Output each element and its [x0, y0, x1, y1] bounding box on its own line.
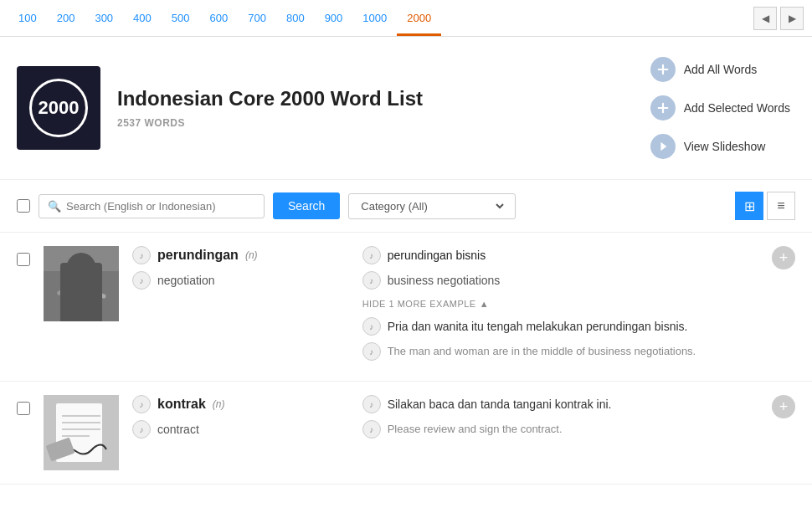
word-2-main-row: ♪ kontrak (n) — [132, 395, 349, 413]
word-2-text: kontrak — [157, 397, 206, 412]
word-2-translation: contract — [157, 423, 199, 436]
word-2-image-svg — [44, 395, 119, 470]
add-word-1-button[interactable]: + — [772, 246, 795, 269]
hide-example-label-1: HIDE 1 MORE EXAMPLE — [362, 299, 476, 309]
word-1-translation-sound-button[interactable]: ♪ — [132, 271, 151, 290]
word-1-example-sound[interactable]: ♪ — [362, 317, 381, 336]
grid-view-button[interactable]: ⊞ — [735, 192, 763, 220]
view-toggle: ⊞ ≡ — [735, 192, 795, 220]
list-icon: ≡ — [777, 198, 784, 213]
nav-item-1000[interactable]: 1000 — [352, 0, 397, 36]
plus-icon — [657, 64, 669, 75]
logo-box: 2000 — [17, 66, 100, 150]
add-all-words-button[interactable]: Add All Words — [645, 54, 795, 85]
word-1-image — [44, 246, 119, 321]
nav-next-button[interactable]: ▶ — [780, 7, 804, 30]
list-view-button[interactable]: ≡ — [767, 192, 795, 220]
word-1-right-main-row: ♪ perundingan bisnis — [362, 246, 795, 264]
word-1-example-sentence: Pria dan wanita itu tengah melakukan per… — [388, 318, 688, 336]
search-button[interactable]: Search — [273, 192, 340, 219]
header-actions: Add All Words Add Selected Words View Sl… — [645, 54, 795, 162]
chevron-up-icon-1: ▲ — [480, 299, 489, 309]
add-all-label: Add All Words — [684, 63, 758, 76]
word-2-translation-sound-button[interactable]: ♪ — [132, 420, 151, 439]
add-selected-label: Add Selected Words — [684, 101, 790, 115]
category-select[interactable]: Category (All) Nouns Verbs Adjectives Ad… — [357, 199, 506, 213]
play-icon — [657, 141, 669, 152]
word-2-example-sentence: Silakan baca dan tanda tangani kontrak i… — [388, 396, 612, 413]
slideshow-icon — [650, 134, 676, 159]
search-icon: 🔍 — [48, 200, 61, 213]
nav-prev-button[interactable]: ◀ — [753, 7, 777, 30]
word-1-translation-row: ♪ negotiation — [132, 271, 349, 290]
word-2-right: ♪ Silakan baca dan tanda tangani kontrak… — [362, 395, 795, 445]
plus-selected-icon — [657, 102, 669, 114]
word-1-translation: negotiation — [157, 274, 215, 287]
word-1-sound-button[interactable]: ♪ — [132, 246, 151, 264]
word-2-translation-row: ♪ contract — [132, 420, 349, 439]
add-all-icon — [650, 57, 676, 82]
nav-item-200[interactable]: 200 — [47, 0, 85, 36]
word-2-sound-button[interactable]: ♪ — [132, 395, 151, 413]
nav-item-2000[interactable]: 2000 — [397, 0, 441, 36]
add-word-2-button[interactable]: + — [772, 395, 795, 418]
search-bar: 🔍 Search Category (All) Nouns Verbs Adje… — [0, 180, 812, 233]
word-1-right: ♪ perundingan bisnis ♪ business negotiat… — [362, 246, 795, 367]
word-2-right-translation-row: ♪ Please review and sign the contract. — [362, 420, 795, 439]
nav-item-600[interactable]: 600 — [200, 0, 239, 36]
word-1-example-translation-row: ♪ The man and woman are in the middle of… — [362, 342, 795, 361]
header-section: 2000 Indonesian Core 2000 Word List 2537… — [0, 37, 812, 180]
word-1-example-row: ♪ Pria dan wanita itu tengah melakukan p… — [362, 317, 795, 336]
nav-item-700[interactable]: 700 — [238, 0, 276, 36]
select-all-checkbox[interactable] — [17, 199, 30, 213]
word-1-pos: (n) — [245, 249, 258, 261]
view-slideshow-button[interactable]: View Slideshow — [645, 131, 795, 162]
word-2-left: ♪ kontrak (n) ♪ contract — [132, 395, 349, 445]
word-1-right-translation: business negotiations — [388, 274, 501, 287]
add-selected-words-button[interactable]: Add Selected Words — [645, 92, 795, 124]
svg-marker-0 — [660, 142, 666, 151]
nav-item-300[interactable]: 300 — [85, 0, 123, 36]
word-count: 2537 WORDS — [117, 117, 185, 129]
hide-example-button-1[interactable]: HIDE 1 MORE EXAMPLE ▲ — [362, 299, 489, 309]
word-2-right-translation-sound[interactable]: ♪ — [362, 420, 381, 439]
nav-item-100[interactable]: 100 — [8, 0, 47, 36]
add-selected-icon — [650, 95, 676, 121]
word-1-main-row: ♪ perundingan (n) — [132, 246, 349, 264]
word-1-right-translation-row: ♪ business negotiations — [362, 271, 795, 290]
word-1-right-sound-button[interactable]: ♪ — [362, 246, 381, 264]
word-2-right-translation: Please review and sign the contract. — [388, 421, 563, 438]
word-1-right-translation-sound[interactable]: ♪ — [362, 271, 381, 290]
word-1-left: ♪ perundingan (n) ♪ negotiation — [132, 246, 349, 296]
word-2-pos: (n) — [213, 398, 225, 410]
word-entry-2: ♪ kontrak (n) ♪ contract ♪ Silakan baca … — [0, 382, 812, 485]
word-1-text: perundingan — [157, 248, 239, 263]
word-2-right-sound-button[interactable]: ♪ — [362, 395, 381, 413]
word-1-example-translation: The man and woman are in the middle of b… — [388, 343, 696, 360]
grid-icon: ⊞ — [744, 198, 755, 214]
nav-arrows: ◀ ▶ — [753, 7, 804, 30]
logo-number: 2000 — [29, 79, 88, 137]
word-1-example-trans-sound[interactable]: ♪ — [362, 342, 381, 361]
svg-point-3 — [66, 253, 96, 286]
svg-rect-2 — [44, 271, 119, 321]
word-entry-1: ♪ perundingan (n) ♪ negotiation ♪ perund… — [0, 233, 812, 382]
page-title: Indonesian Core 2000 Word List — [117, 87, 629, 110]
nav-item-400[interactable]: 400 — [123, 0, 162, 36]
top-nav: 100 200 300 400 500 600 700 800 900 1000… — [0, 0, 812, 37]
word-2-checkbox[interactable] — [17, 402, 30, 415]
svg-rect-4 — [66, 286, 96, 321]
word-2-image — [44, 395, 119, 470]
category-select-wrapper[interactable]: Category (All) Nouns Verbs Adjectives Ad… — [348, 193, 516, 219]
search-input-wrapper: 🔍 — [39, 194, 265, 218]
header-title-area: Indonesian Core 2000 Word List 2537 WORD… — [117, 87, 629, 129]
word-2-right-main-row: ♪ Silakan baca dan tanda tangani kontrak… — [362, 395, 795, 413]
nav-item-800[interactable]: 800 — [276, 0, 315, 36]
word-1-image-svg — [44, 246, 119, 321]
word-1-checkbox[interactable] — [17, 253, 30, 266]
nav-item-500[interactable]: 500 — [162, 0, 200, 36]
word-1-right-phrase: perundingan bisnis — [388, 249, 486, 262]
nav-item-900[interactable]: 900 — [315, 0, 353, 36]
search-input[interactable] — [66, 200, 255, 213]
view-slideshow-label: View Slideshow — [684, 140, 766, 153]
